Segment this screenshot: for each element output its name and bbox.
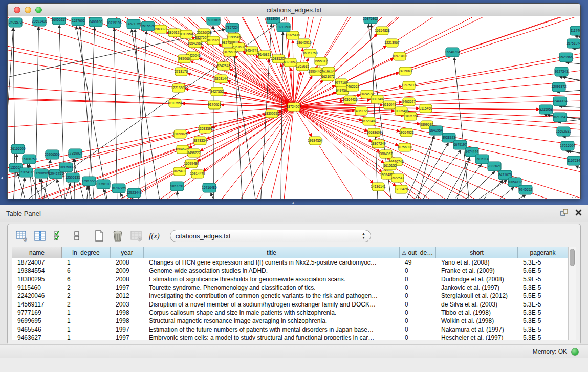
graph-node[interactable]: 18724007 bbox=[286, 103, 301, 111]
graph-node[interactable]: 15188758 bbox=[21, 155, 37, 164]
column-header-name[interactable]: name bbox=[12, 247, 62, 258]
graph-node[interactable]: 12093872 bbox=[551, 82, 567, 92]
graph-node[interactable]: 10688609 bbox=[366, 128, 382, 137]
graph-edge[interactable] bbox=[229, 69, 294, 107]
graph-node[interactable]: 1615152 bbox=[383, 162, 397, 170]
graph-node[interactable]: 9170061 bbox=[208, 101, 221, 109]
graph-node[interactable]: 12213369 bbox=[171, 84, 186, 92]
table-row[interactable]: 969969511998Structural magnetic resonanc… bbox=[12, 317, 568, 325]
graph-edge[interactable] bbox=[319, 17, 580, 68]
graph-node[interactable]: 7963822 bbox=[154, 25, 167, 33]
graph-node[interactable]: 20876862 bbox=[363, 17, 378, 24]
graph-node[interactable]: 16961758 bbox=[302, 49, 318, 57]
graph-edge[interactable] bbox=[384, 146, 580, 199]
graph-edge[interactable] bbox=[135, 29, 148, 199]
graph-edge[interactable] bbox=[435, 157, 470, 199]
graph-node[interactable]: 10914479 bbox=[190, 170, 205, 178]
graph-node[interactable]: 8199546 bbox=[227, 33, 241, 41]
graph-node[interactable]: 20206506 bbox=[45, 150, 60, 159]
graph-node[interactable]: 9146821 bbox=[258, 51, 271, 59]
zoom-window-button[interactable] bbox=[35, 7, 42, 13]
graph-edge[interactable] bbox=[294, 48, 303, 107]
graph-node[interactable]: 9884067 bbox=[379, 150, 393, 158]
graph-node[interactable]: 1733426 bbox=[395, 185, 408, 193]
graph-node[interactable]: 6679197 bbox=[453, 140, 467, 149]
graph-node[interactable]: 19384554 bbox=[308, 137, 323, 145]
graph-edge[interactable] bbox=[88, 27, 95, 199]
delete-trash-icon[interactable] bbox=[111, 230, 124, 242]
stacked-rows-icon[interactable] bbox=[70, 230, 83, 242]
graph-edge[interactable] bbox=[371, 24, 378, 199]
table-scrollbar-thumb[interactable] bbox=[570, 249, 575, 266]
graph-node[interactable]: 7515526 bbox=[141, 21, 155, 31]
graph-node[interactable]: 10958107 bbox=[96, 180, 111, 189]
graph-node[interactable]: 1362615 bbox=[296, 62, 309, 71]
graph-edge[interactable] bbox=[8, 28, 13, 199]
graph-edge[interactable] bbox=[403, 181, 580, 199]
graph-node[interactable]: 7485063 bbox=[399, 67, 412, 75]
graph-node[interactable]: 12213967 bbox=[384, 39, 400, 47]
column-header-out_de[interactable]: △out_de… bbox=[400, 247, 436, 258]
graph-node[interactable]: 16210643 bbox=[552, 113, 568, 122]
graph-edge[interactable] bbox=[559, 106, 580, 108]
graph-node[interactable]: 12505135 bbox=[65, 173, 80, 182]
graph-edge[interactable] bbox=[137, 31, 146, 199]
table-row[interactable]: 1830029562008Estimation of significance … bbox=[12, 275, 568, 283]
function-builder-icon[interactable]: f(x) bbox=[149, 232, 160, 240]
graph-node[interactable]: 2405572 bbox=[9, 18, 22, 27]
graph-node[interactable]: 7832621 bbox=[488, 162, 501, 171]
graph-edge[interactable] bbox=[80, 26, 96, 199]
graph-node[interactable]: 1167534 bbox=[567, 156, 580, 165]
close-panel-icon[interactable] bbox=[575, 209, 582, 218]
graph-edge[interactable] bbox=[387, 17, 580, 27]
graph-edge[interactable] bbox=[200, 107, 294, 151]
graph-node[interactable]: 16543962 bbox=[187, 39, 203, 48]
graph-edge[interactable] bbox=[460, 180, 503, 199]
graph-node[interactable]: 989066 bbox=[178, 55, 190, 63]
graph-edge[interactable] bbox=[294, 107, 374, 183]
graph-node[interactable]: 14671355 bbox=[126, 19, 141, 29]
graph-node[interactable]: 12444134 bbox=[552, 97, 568, 106]
graph-node[interactable]: 20691406 bbox=[32, 17, 47, 26]
graph-edge[interactable] bbox=[319, 145, 580, 199]
column-header-title[interactable]: title bbox=[144, 247, 400, 258]
graph-edge[interactable] bbox=[304, 17, 464, 61]
close-window-button[interactable] bbox=[14, 7, 20, 13]
column-header-year[interactable]: year bbox=[111, 247, 144, 258]
graph-node[interactable]: 16033809 bbox=[206, 17, 221, 25]
new-table-icon[interactable] bbox=[93, 230, 106, 242]
graph-edge[interactable] bbox=[398, 17, 580, 40]
graph-node[interactable]: 17016504 bbox=[560, 141, 575, 150]
graph-node[interactable]: 7955812 bbox=[314, 57, 328, 65]
memory-status-indicator[interactable] bbox=[571, 348, 579, 356]
graph-node[interactable]: 16720407 bbox=[361, 117, 377, 125]
graph-edge[interactable] bbox=[472, 187, 514, 199]
graph-node[interactable]: 16055257 bbox=[51, 17, 67, 25]
graph-node[interactable]: 17957223 bbox=[81, 177, 97, 186]
graph-edge[interactable] bbox=[438, 164, 482, 199]
graph-node[interactable]: 3915411 bbox=[19, 168, 33, 177]
graph-node[interactable]: 12975115 bbox=[402, 81, 417, 90]
minimize-window-button[interactable] bbox=[25, 7, 31, 13]
graph-edge[interactable] bbox=[132, 29, 163, 199]
graph-node[interactable]: 16648784 bbox=[445, 48, 460, 57]
graph-node[interactable]: 18640910 bbox=[296, 39, 312, 47]
float-panel-icon[interactable] bbox=[560, 209, 568, 218]
graph-node[interactable]: 8186328 bbox=[207, 36, 220, 45]
graph-node[interactable]: 1527602 bbox=[72, 17, 85, 26]
graph-node[interactable]: 9529966 bbox=[559, 53, 573, 62]
graph-node[interactable]: 2522547 bbox=[391, 174, 404, 182]
table-scrollbar[interactable] bbox=[568, 247, 576, 340]
graph-node[interactable]: 6466160 bbox=[89, 17, 102, 27]
graph-edge[interactable] bbox=[177, 191, 180, 199]
graph-node[interactable]: 26166505 bbox=[10, 144, 26, 154]
graph-node[interactable]: 10973493 bbox=[392, 52, 407, 60]
graph-node[interactable]: 19166825 bbox=[172, 130, 188, 138]
graph-node[interactable]: 2935114 bbox=[475, 155, 489, 164]
graph-node[interactable]: 1621072 bbox=[321, 73, 335, 81]
graph-node[interactable]: 9245652 bbox=[519, 185, 532, 194]
graph-node[interactable]: 11568669 bbox=[34, 169, 49, 178]
graph-node[interactable]: 12923448 bbox=[126, 188, 142, 198]
graph-node[interactable]: 12325419 bbox=[285, 31, 300, 39]
graph-node[interactable]: 17359924 bbox=[68, 149, 83, 158]
